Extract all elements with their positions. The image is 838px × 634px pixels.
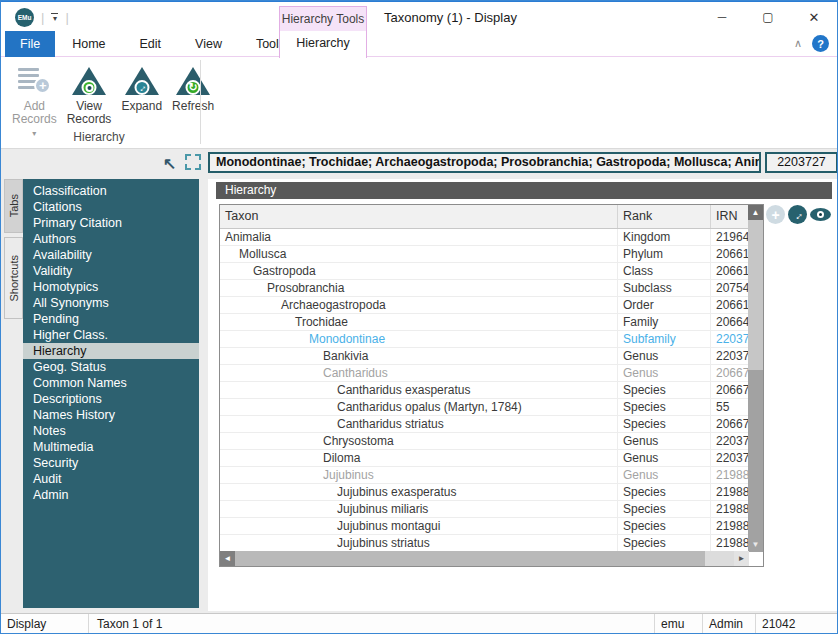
pointer-tool-icon[interactable]: ↖ bbox=[163, 154, 176, 173]
table-row[interactable]: Jujubinus striatusSpecies219887 bbox=[220, 535, 749, 552]
sidebar-item-names-history[interactable]: Names History bbox=[23, 407, 199, 423]
table-row[interactable]: BankiviaGenus220372 bbox=[220, 348, 749, 365]
taxon-cell: Trochidae bbox=[220, 314, 618, 330]
rank-cell: Genus bbox=[618, 433, 711, 449]
taxon-cell: Diloma bbox=[220, 450, 618, 466]
table-row[interactable]: CantharidusGenus206671 bbox=[220, 365, 749, 382]
ribbon-tab-view[interactable]: View bbox=[178, 31, 239, 57]
hierarchy-table: Taxon Rank IRN AnimaliaKingdom219646Moll… bbox=[219, 204, 764, 567]
ribbon-tab-edit[interactable]: Edit bbox=[123, 31, 179, 57]
expand-tree-icon[interactable]: ↔ bbox=[788, 205, 807, 224]
ribbon-tab-hierarchy[interactable]: Hierarchy bbox=[279, 31, 367, 58]
sidebar-item-all-synonyms[interactable]: All Synonyms bbox=[23, 295, 199, 311]
taxonomy-path-field[interactable]: Monodontinae; Trochidae; Archaeogastropo… bbox=[208, 152, 761, 173]
table-row[interactable]: ArchaeogastropodaOrder206614 bbox=[220, 297, 749, 314]
select-region-icon[interactable] bbox=[185, 154, 201, 170]
table-row[interactable]: GastropodaClass206614 bbox=[220, 263, 749, 280]
view-records-button[interactable]: View Records bbox=[64, 63, 115, 128]
sidebar-item-primary-citation[interactable]: Primary Citation bbox=[23, 215, 199, 231]
table-row[interactable]: Jujubinus miliarisSpecies219887 bbox=[220, 501, 749, 518]
scroll-left-icon[interactable]: ◄ bbox=[220, 551, 235, 566]
table-row[interactable]: Jujubinus exasperatusSpecies219887 bbox=[220, 484, 749, 501]
sidebar-item-citations[interactable]: Citations bbox=[23, 199, 199, 215]
table-row[interactable]: AnimaliaKingdom219646 bbox=[220, 229, 749, 246]
table-row[interactable]: Jujubinus montaguiSpecies219887 bbox=[220, 518, 749, 535]
sidebar-item-classification[interactable]: Classification bbox=[23, 183, 199, 199]
rank-cell: Species bbox=[618, 382, 711, 398]
close-button[interactable]: ✕ bbox=[791, 2, 837, 32]
sidebar-item-geog-status[interactable]: Geog. Status bbox=[23, 359, 199, 375]
taxon-cell: Monodontinae bbox=[220, 331, 618, 347]
status-user: Admin bbox=[703, 614, 756, 634]
plus-icon: + bbox=[34, 77, 51, 94]
table-row[interactable]: Cantharidus striatusSpecies206672 bbox=[220, 416, 749, 433]
horizontal-scrollbar[interactable]: ◄ ► bbox=[220, 551, 749, 566]
sidebar-item-homotypics[interactable]: Homotypics bbox=[23, 279, 199, 295]
help-icon[interactable]: ? bbox=[812, 35, 829, 52]
taxon-cell: Jujubinus exasperatus bbox=[220, 484, 618, 500]
table-action-icons: + ↔ bbox=[766, 205, 831, 224]
add-node-icon[interactable]: + bbox=[766, 205, 785, 224]
table-row[interactable]: DilomaGenus220372 bbox=[220, 450, 749, 467]
sidebar-item-higher-class[interactable]: Higher Class. bbox=[23, 327, 199, 343]
side-strip-tab-tabs[interactable]: Tabs bbox=[4, 179, 23, 233]
contextual-tab-group: Hierarchy Tools bbox=[279, 6, 367, 32]
irn-field[interactable]: 2203727 bbox=[765, 152, 838, 173]
emu-logo-icon[interactable]: EMu bbox=[15, 8, 34, 27]
refresh-label: Refresh bbox=[172, 100, 214, 113]
maximize-button[interactable]: ▢ bbox=[745, 2, 791, 32]
table-row[interactable]: ProsobranchiaSubclass207546 bbox=[220, 280, 749, 297]
sidebar-item-authors[interactable]: Authors bbox=[23, 231, 199, 247]
irn-cell: 219887 bbox=[711, 484, 749, 500]
sidebar-item-admin[interactable]: Admin bbox=[23, 487, 199, 503]
sidebar-item-availability[interactable]: Availability bbox=[23, 247, 199, 263]
table-row[interactable]: JujubinusGenus219887 bbox=[220, 467, 749, 484]
table-row[interactable]: MonodontinaeSubfamily220372 bbox=[220, 331, 749, 348]
table-row[interactable]: Cantharidus exasperatusSpecies206672 bbox=[220, 382, 749, 399]
column-header-irn[interactable]: IRN bbox=[711, 205, 749, 228]
taxon-cell: Jujubinus miliaris bbox=[220, 501, 618, 517]
expand-button[interactable]: ↔ Expand bbox=[118, 63, 165, 115]
refresh-arrow-icon: ↻ bbox=[186, 80, 201, 95]
scroll-right-icon[interactable]: ► bbox=[734, 551, 749, 566]
irn-cell: 219887 bbox=[711, 467, 749, 483]
column-header-rank[interactable]: Rank bbox=[618, 205, 711, 228]
refresh-icon: ↻ bbox=[174, 65, 212, 95]
rank-cell: Genus bbox=[618, 365, 711, 381]
table-row[interactable]: MolluscaPhylum206614 bbox=[220, 246, 749, 263]
sidebar-item-descriptions[interactable]: Descriptions bbox=[23, 391, 199, 407]
vertical-scrollbar[interactable]: ▲ ▼ bbox=[748, 205, 763, 552]
table-row[interactable]: Cantharidus opalus (Martyn, 1784)Species… bbox=[220, 399, 749, 416]
sidebar-item-security[interactable]: Security bbox=[23, 455, 199, 471]
minimize-button[interactable]: ─ bbox=[699, 2, 745, 32]
sidebar-item-validity[interactable]: Validity bbox=[23, 263, 199, 279]
table-row[interactable]: ChrysostomaGenus220372 bbox=[220, 433, 749, 450]
side-strip-tab-shortcuts[interactable]: Shortcuts bbox=[4, 237, 23, 319]
sidebar-item-multimedia[interactable]: Multimedia bbox=[23, 439, 199, 455]
irn-cell: 220372 bbox=[711, 331, 749, 347]
view-node-eye-icon[interactable] bbox=[810, 208, 831, 221]
column-header-taxon[interactable]: Taxon bbox=[220, 205, 618, 228]
hierarchy-table-body: AnimaliaKingdom219646MolluscaPhylum20661… bbox=[220, 229, 749, 552]
table-row[interactable]: TrochidaeFamily206647 bbox=[220, 314, 749, 331]
scroll-up-icon[interactable]: ▲ bbox=[748, 205, 763, 220]
irn-cell: 55 bbox=[711, 399, 749, 415]
horizontal-scrollbar-thumb[interactable] bbox=[235, 551, 705, 566]
qat-customize-dropdown-icon[interactable]: ▾ bbox=[51, 13, 58, 21]
scroll-down-icon[interactable]: ▼ bbox=[748, 537, 763, 552]
ribbon-tab-home[interactable]: Home bbox=[55, 31, 122, 57]
sidebar-item-notes[interactable]: Notes bbox=[23, 423, 199, 439]
sidebar-item-common-names[interactable]: Common Names bbox=[23, 375, 199, 391]
irn-cell: 220372 bbox=[711, 450, 749, 466]
refresh-button[interactable]: ↻ Refresh bbox=[169, 63, 217, 115]
sidebar-item-hierarchy[interactable]: Hierarchy bbox=[23, 343, 199, 359]
vertical-scrollbar-track[interactable] bbox=[748, 370, 763, 537]
window-controls: ─ ▢ ✕ bbox=[699, 2, 837, 32]
irn-cell: 206614 bbox=[711, 246, 749, 262]
sidebar-item-audit[interactable]: Audit bbox=[23, 471, 199, 487]
collapse-ribbon-icon[interactable]: ∧ bbox=[794, 37, 802, 50]
ribbon-tab-file[interactable]: File bbox=[5, 31, 55, 57]
vertical-scrollbar-thumb[interactable] bbox=[748, 220, 763, 370]
sidebar-item-pending[interactable]: Pending bbox=[23, 311, 199, 327]
main-area: ↖ Monodontinae; Trochidae; Archaeogastro… bbox=[1, 149, 837, 613]
